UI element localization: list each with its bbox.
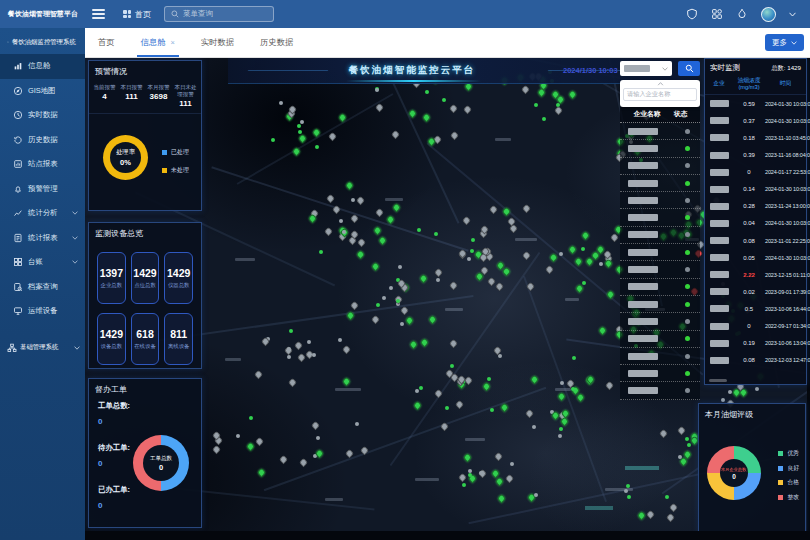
map-marker[interactable] [355,422,359,426]
map-marker[interactable] [419,386,423,390]
realtime-row[interactable]: 0.282023-11-24 13:00:00 [705,198,806,215]
breadcrumb[interactable]: 首页 [123,9,151,20]
enterprise-list-item[interactable] [620,348,700,365]
realtime-row[interactable]: 0.022023-09-01 17:39:00 [705,283,806,300]
more-button[interactable]: 更多 [765,34,804,51]
realtime-row[interactable]: 02024-01-17 22:53:00 [705,164,806,181]
sidebar-item-1[interactable]: 信息舱 [0,54,85,79]
menu-search-input[interactable]: 菜单查询 [164,6,274,22]
map-marker[interactable] [572,356,576,360]
realtime-row[interactable]: 0.192023-10-06 13:04:00 [705,335,806,352]
map-marker[interactable] [415,389,419,393]
enterprise-list-item[interactable] [620,227,700,244]
sidebar-item-4[interactable]: 历史数据 [0,128,85,153]
map-marker[interactable] [490,408,494,412]
map-marker[interactable] [249,416,253,420]
enterprise-list-item[interactable] [620,123,700,140]
map-marker[interactable] [289,329,293,333]
enterprise-list-item[interactable] [620,296,700,313]
enterprise-list-item[interactable] [620,331,700,348]
apps-icon[interactable] [711,8,723,20]
enterprise-list-item[interactable] [620,279,700,296]
flame-icon[interactable] [736,8,748,20]
enterprise-search-button[interactable] [678,61,700,76]
map-marker[interactable] [534,103,538,107]
sidebar-item-9[interactable]: 台账 [0,250,85,275]
sidebar-item-10[interactable]: 档案查询 [0,275,85,300]
map-marker[interactable] [271,138,275,142]
tab-1[interactable]: 首页 [85,28,128,57]
sidebar-root-menu[interactable]: 餐饮油烟监控管理系统 [0,28,85,54]
enterprise-name-input[interactable]: 请输入企业名称 [623,88,697,101]
realtime-row[interactable]: 0.182023-11-10 03:45:00 [705,129,806,146]
shield-icon[interactable] [686,8,698,20]
realtime-row[interactable]: 2.222023-12-15 01:11:00 [705,266,806,283]
map-marker[interactable] [559,427,563,431]
map-marker[interactable] [287,347,291,351]
map-marker[interactable] [400,322,404,326]
sidebar-item-2[interactable]: GIS地图 [0,79,85,104]
realtime-row[interactable]: 02022-09-17 01:34:00 [705,317,806,334]
enterprise-list-item[interactable] [620,192,700,209]
tab-4[interactable]: 历史数据 [247,28,306,57]
enterprise-list-item[interactable] [620,382,700,399]
map-marker[interactable] [534,493,538,497]
avatar[interactable] [761,7,776,22]
menu-toggle-icon[interactable] [92,9,105,19]
realtime-row[interactable]: 0.392023-11-16 08:04:00 [705,147,806,164]
map-marker[interactable] [450,364,454,368]
map-marker[interactable] [445,406,449,410]
enterprise-list-item[interactable] [620,209,700,226]
enterprise-list-item[interactable] [620,175,700,192]
enterprise-list-item[interactable] [620,365,700,382]
map-marker[interactable] [665,495,669,499]
enterprise-list-item[interactable] [620,313,700,330]
realtime-row[interactable]: 0.042024-01-30 10:03:00 [705,215,806,232]
col-time: 时间 [765,80,806,88]
map-marker[interactable] [316,436,320,440]
sidebar-item-3[interactable]: 实时数据 [0,103,85,128]
map-marker[interactable] [471,238,475,242]
map-marker[interactable] [375,88,379,92]
map-marker[interactable] [462,483,466,487]
tab-close-icon[interactable]: × [170,38,174,47]
map-marker[interactable] [521,84,531,94]
map-marker[interactable] [312,353,316,357]
map-marker[interactable] [396,299,400,303]
chevron-down-icon[interactable] [789,12,796,17]
sidebar-item-7[interactable]: 统计分析 [0,201,85,226]
map-marker[interactable] [487,377,491,381]
tab-3[interactable]: 实时数据 [188,28,247,57]
realtime-row[interactable]: 0.082023-11-01 22:25:00 [705,232,806,249]
sidebar-item-5[interactable]: 站点报表 [0,152,85,177]
sidebar-root-menu-2[interactable]: 基础管理系统 [0,324,85,360]
realtime-row[interactable]: 0.052024-01-30 10:03:00 [705,249,806,266]
enterprise-list-item[interactable] [620,261,700,278]
map-marker[interactable] [559,252,563,256]
map-marker[interactable] [279,101,283,105]
enterprise-list-item[interactable] [620,158,700,175]
enterprise-select[interactable] [620,61,672,76]
blurred-company-name [710,169,729,176]
tab-2[interactable]: 信息舱× [128,28,188,57]
realtime-row[interactable]: 0.372024-01-30 10:03:00 [705,112,806,129]
realtime-row[interactable]: 0.52023-10-06 16:44:00 [705,300,806,317]
map-marker[interactable] [434,232,438,236]
map-marker[interactable] [467,257,471,261]
map-marker[interactable] [298,130,302,134]
sidebar-item-6[interactable]: 预警管理 [0,177,85,202]
scrollbar[interactable] [709,379,727,382]
map-marker[interactable] [721,398,725,402]
enterprise-list-item[interactable] [620,244,700,261]
map-marker[interactable] [398,265,402,269]
realtime-row[interactable]: 0.082023-12-03 12:47:00 [705,352,806,369]
map-marker[interactable] [755,387,759,391]
map-marker[interactable] [339,219,343,223]
sidebar-item-11[interactable]: 运维设备 [0,299,85,324]
enterprise-list-item[interactable] [620,140,700,157]
collapse-icon[interactable] [620,80,700,86]
realtime-row[interactable]: 0.142024-01-30 10:03:00 [705,181,806,198]
realtime-row[interactable]: 0.592024-01-30 10:03:00 [705,95,806,112]
sidebar-item-8[interactable]: 统计报表 [0,226,85,251]
map-marker[interactable] [542,117,546,121]
